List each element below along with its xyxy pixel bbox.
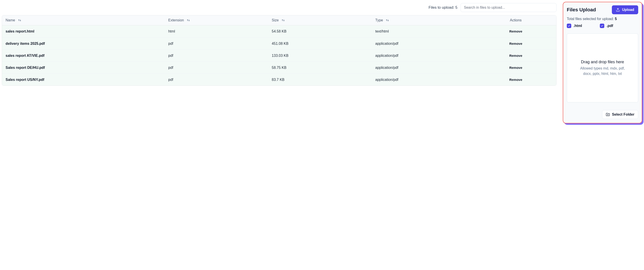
cell-size: 54.58 KB <box>272 29 375 33</box>
table-body: sales report.htmlhtml54.58 KBtext/htmlRe… <box>2 25 556 86</box>
type-filter-label: .html <box>574 24 582 28</box>
upload-button-label: Upload <box>622 8 634 12</box>
cell-actions: Remove <box>479 29 553 33</box>
sort-icon <box>282 18 285 22</box>
table-header-row: Name Extension Size <box>2 15 556 25</box>
table-row: delivery items 2025.pdfpdf451.08 KBappli… <box>2 37 556 49</box>
sort-icon <box>18 18 22 22</box>
cell-name: sales report.html <box>6 29 168 33</box>
table-row: Sales report US/NY.pdfpdf83.7 KBapplicat… <box>2 74 556 86</box>
select-folder-button[interactable]: Select Folder <box>602 110 638 119</box>
cell-type: text/html <box>375 29 479 33</box>
cell-size: 83.7 KB <box>272 78 375 82</box>
dropzone-subtitle: Allowed types md, mdx, pdf, docx, pptx, … <box>576 66 629 76</box>
cell-actions: Remove <box>479 66 553 70</box>
type-filter-label: .pdf <box>606 24 613 28</box>
sort-icon <box>386 18 389 22</box>
column-header-size[interactable]: Size <box>272 15 375 25</box>
column-header-extension[interactable]: Extension <box>168 15 272 25</box>
column-header-actions: Actions <box>479 15 553 25</box>
cell-extension: pdf <box>168 42 272 46</box>
cell-actions: Remove <box>479 78 553 82</box>
cell-actions: Remove <box>479 54 553 58</box>
cell-extension: pdf <box>168 54 272 58</box>
remove-button[interactable]: Remove <box>509 78 522 82</box>
select-folder-label: Select Folder <box>612 113 634 117</box>
cell-size: 451.08 KB <box>272 42 375 46</box>
cell-extension: pdf <box>168 78 272 82</box>
sort-icon <box>186 18 190 22</box>
upload-button[interactable]: Upload <box>612 5 638 14</box>
table-row: sales report.htmlhtml54.58 KBtext/htmlRe… <box>2 25 556 37</box>
cell-name: delivery items 2025.pdf <box>6 42 168 46</box>
type-filter[interactable]: .html <box>567 24 582 28</box>
remove-button[interactable]: Remove <box>509 66 522 70</box>
cell-actions: Remove <box>479 42 553 46</box>
total-selected-label: Total files selected for upload: 5 <box>567 17 638 21</box>
cell-name: sales report AT/VIE.pdf <box>6 54 168 58</box>
remove-button[interactable]: Remove <box>509 42 522 45</box>
cell-extension: html <box>168 29 272 33</box>
upload-icon <box>616 8 620 12</box>
upload-panel: Files Upload Upload Total files selected… <box>563 2 642 124</box>
dropzone-title: Drag and drop files here <box>581 60 624 64</box>
dropzone[interactable]: Drag and drop files here Allowed types m… <box>567 33 638 103</box>
panel-title: Files Upload <box>567 7 596 13</box>
table-row: Sales report DE/HU.pdfpdf58.75 KBapplica… <box>2 61 556 74</box>
folder-plus-icon <box>606 113 610 117</box>
column-header-name[interactable]: Name <box>6 15 168 25</box>
table-row: sales report AT/VIE.pdfpdf133.03 KBappli… <box>2 49 556 61</box>
column-header-label: Type <box>375 18 383 22</box>
cell-type: application/pdf <box>375 78 479 82</box>
total-selected-prefix: Total files selected for upload: <box>567 17 615 21</box>
cell-type: application/pdf <box>375 54 479 58</box>
files-table: Name Extension Size <box>2 15 556 86</box>
checkbox-checked-icon <box>567 24 571 28</box>
checkbox-checked-icon <box>600 24 604 28</box>
type-filter[interactable]: .pdf <box>600 24 613 28</box>
files-count-label: Files to upload: 5 <box>429 5 458 10</box>
total-selected-count: 5 <box>615 17 617 21</box>
column-header-label: Size <box>272 18 279 22</box>
cell-name: Sales report DE/HU.pdf <box>6 66 168 70</box>
column-header-label: Extension <box>168 18 184 22</box>
column-header-label: Actions <box>510 18 522 22</box>
type-filter-row: .html.pdf <box>567 24 638 28</box>
remove-button[interactable]: Remove <box>509 29 522 33</box>
column-header-label: Name <box>6 18 15 22</box>
remove-button[interactable]: Remove <box>509 54 522 57</box>
cell-size: 133.03 KB <box>272 54 375 58</box>
cell-extension: pdf <box>168 66 272 70</box>
table-toolbar: Files to upload: 5 <box>2 2 556 15</box>
column-header-type[interactable]: Type <box>375 15 479 25</box>
cell-name: Sales report US/NY.pdf <box>6 78 168 82</box>
search-input[interactable] <box>460 3 556 12</box>
cell-type: application/pdf <box>375 66 479 70</box>
cell-size: 58.75 KB <box>272 66 375 70</box>
cell-type: application/pdf <box>375 42 479 46</box>
